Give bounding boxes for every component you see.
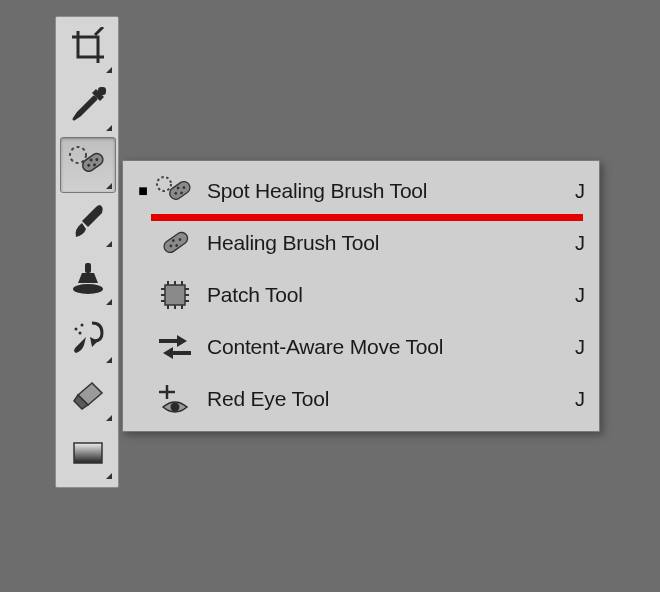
svg-point-13 (79, 331, 82, 334)
shortcut-key: J (567, 180, 585, 203)
flyout-indicator-icon (106, 183, 112, 189)
clone-stamp-icon (68, 259, 108, 304)
svg-rect-8 (85, 263, 91, 273)
flyout-item-content-aware-move[interactable]: Content-Aware Move Tool J (123, 321, 599, 373)
svg-point-2 (70, 147, 86, 163)
spot-healing-brush-icon (68, 143, 108, 188)
tool-eraser[interactable] (60, 369, 116, 425)
svg-rect-14 (74, 443, 102, 463)
flyout-indicator-icon (106, 299, 112, 305)
svg-point-41 (171, 403, 180, 412)
svg-point-11 (75, 327, 78, 330)
tool-gradient[interactable] (60, 427, 116, 483)
tool-crop[interactable] (60, 21, 116, 77)
tool-brush[interactable] (60, 195, 116, 251)
brush-icon (68, 201, 108, 246)
svg-line-0 (95, 27, 103, 35)
eraser-icon (68, 375, 108, 420)
svg-point-12 (81, 323, 84, 326)
flyout-item-patch[interactable]: Patch Tool J (123, 269, 599, 321)
selected-marker-icon: ■ (133, 182, 153, 200)
crop-icon (68, 27, 108, 72)
flyout-item-label: Patch Tool (207, 283, 567, 307)
flyout-indicator-icon (106, 125, 112, 131)
svg-rect-3 (80, 151, 105, 173)
gradient-icon (68, 433, 108, 478)
flyout-item-label: Content-Aware Move Tool (207, 335, 567, 359)
healing-tools-flyout: ■ Spot Healing Brush Tool J (122, 160, 600, 432)
flyout-indicator-icon (106, 67, 112, 73)
flyout-indicator-icon (106, 473, 112, 479)
flyout-indicator-icon (106, 241, 112, 247)
svg-rect-26 (165, 285, 185, 305)
flyout-item-label: Red Eye Tool (207, 387, 567, 411)
content-aware-move-icon (153, 327, 197, 367)
tool-history-brush[interactable] (60, 311, 116, 367)
flyout-item-label: Spot Healing Brush Tool (207, 179, 567, 203)
healing-brush-icon (153, 223, 197, 263)
red-eye-icon (153, 379, 197, 419)
tool-eyedropper[interactable] (60, 79, 116, 135)
flyout-indicator-icon (106, 415, 112, 421)
shortcut-key: J (567, 388, 585, 411)
highlight-underline (151, 214, 583, 221)
eyedropper-icon (68, 85, 108, 130)
svg-rect-21 (162, 230, 190, 255)
tool-clone-stamp[interactable] (60, 253, 116, 309)
tool-spot-healing-brush[interactable] (60, 137, 116, 193)
spot-healing-brush-icon (153, 171, 197, 211)
svg-rect-1 (98, 87, 106, 95)
svg-marker-10 (90, 337, 98, 347)
flyout-item-red-eye[interactable]: Red Eye Tool J (123, 373, 599, 425)
svg-point-15 (157, 177, 171, 191)
svg-point-9 (73, 284, 103, 294)
shortcut-key: J (567, 284, 585, 307)
flyout-indicator-icon (106, 357, 112, 363)
shortcut-key: J (567, 336, 585, 359)
flyout-item-healing-brush[interactable]: Healing Brush Tool J (123, 217, 599, 269)
patch-icon (153, 275, 197, 315)
history-brush-icon (68, 317, 108, 362)
shortcut-key: J (567, 232, 585, 255)
flyout-item-label: Healing Brush Tool (207, 231, 567, 255)
tools-toolbar (55, 16, 119, 488)
flyout-item-spot-healing-brush[interactable]: ■ Spot Healing Brush Tool J (123, 165, 599, 217)
